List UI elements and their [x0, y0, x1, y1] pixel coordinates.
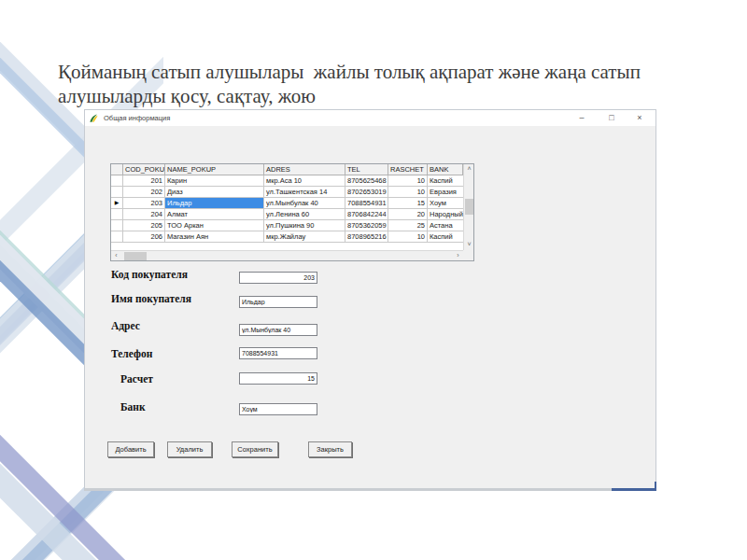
cell-tel[interactable]: 8705362059	[345, 220, 388, 231]
cell-adres[interactable]: ул.Пушкина 90	[264, 220, 345, 231]
cell-name[interactable]: Карин	[165, 175, 264, 187]
table-row[interactable]: 201 Карин мкр.Аса 10 8705625468 10 Каспи…	[111, 175, 473, 187]
close-icon[interactable]: ×	[627, 110, 652, 126]
cell-tel[interactable]: 7088554931	[345, 198, 388, 209]
cell-cod[interactable]: 205	[123, 220, 165, 231]
grid-header-adres[interactable]: ADRES	[264, 164, 345, 175]
customers-grid: COD_POKUP NAME_POKUP ADRES TEL RASCHET B…	[110, 163, 474, 261]
cell-adres[interactable]: ул.Мынбулак 40	[264, 198, 345, 209]
cell-raschet[interactable]: 20	[388, 209, 428, 220]
cell-bank[interactable]: Астана	[428, 220, 463, 231]
grid-empty-area	[111, 243, 473, 250]
cell-bank[interactable]: Евразия	[428, 187, 463, 198]
horizontal-scrollbar[interactable]: ‹ ›	[111, 250, 463, 260]
cell-name[interactable]: ТОО Аркан	[165, 220, 264, 231]
customer-code-field[interactable]	[239, 272, 317, 284]
record-indicator-icon: ▶	[111, 198, 123, 209]
grid-header-bank[interactable]: BANK	[428, 164, 463, 175]
bank-field[interactable]	[239, 403, 317, 415]
cell-tel[interactable]: 8705625468	[345, 175, 388, 187]
cell-cod[interactable]: 202	[123, 187, 165, 198]
scrollbar-corner	[463, 250, 473, 260]
cell-name[interactable]: Алмат	[165, 209, 264, 220]
vertical-scroll-thumb[interactable]	[465, 199, 473, 215]
cell-cod[interactable]: 206	[123, 231, 165, 243]
window-titlebar[interactable]: Общая информация – □ ×	[85, 110, 655, 126]
cell-cod[interactable]: 201	[123, 175, 165, 187]
window-corner-accent	[612, 488, 656, 491]
cell-tel[interactable]: 8706842244	[345, 209, 388, 220]
cell-raschet[interactable]: 10	[388, 175, 428, 187]
cell-adres[interactable]: мкр.Аса 10	[264, 175, 345, 187]
row-indicator-cell	[111, 187, 123, 198]
cell-bank[interactable]: Каспий	[428, 175, 463, 187]
label-customer-name: Имя покупателя	[111, 293, 191, 304]
scroll-up-icon[interactable]: ˄	[464, 164, 474, 175]
table-row[interactable]: 204 Алмат ул.Ленина 60 8706842244 20 Нар…	[111, 209, 473, 220]
label-raschet: Расчет	[120, 373, 153, 385]
minimize-icon[interactable]: –	[570, 110, 594, 126]
cell-bank[interactable]: Народный	[428, 209, 463, 220]
maximize-icon[interactable]: □	[599, 110, 624, 126]
row-indicator-cell	[111, 175, 123, 187]
table-row-selected[interactable]: ▶ 203 Ильдар ул.Мынбулак 40 7088554931 1…	[111, 198, 473, 209]
close-button[interactable]: Закрыть	[308, 441, 352, 457]
horizontal-scroll-thumb[interactable]	[124, 252, 147, 260]
table-row[interactable]: 206 Магазин Аян мкр.Жайлау 8708965216 10…	[111, 231, 473, 243]
row-indicator-cell	[111, 209, 123, 220]
app-window: Общая информация – □ × COD_POKUP NAME_PO…	[84, 109, 656, 491]
grid-header-tel[interactable]: TEL	[345, 164, 388, 175]
row-indicator-cell	[111, 220, 123, 231]
cell-tel[interactable]: 8702653019	[345, 187, 388, 198]
table-row[interactable]: 202 Диаз ул.Ташкентская 14 8702653019 10…	[111, 187, 473, 198]
cell-adres[interactable]: ул.Ленина 60	[264, 209, 345, 220]
cell-tel[interactable]: 8708965216	[345, 231, 388, 243]
label-bank: Банк	[120, 401, 146, 413]
scroll-down-icon[interactable]: ˅	[464, 240, 474, 250]
label-phone: Телефон	[111, 348, 152, 359]
cell-name[interactable]: Диаз	[165, 187, 264, 198]
cell-raschet[interactable]: 25	[388, 220, 428, 231]
cell-raschet[interactable]: 10	[388, 231, 428, 243]
address-field[interactable]	[239, 324, 317, 336]
window-corner-accent	[655, 482, 656, 491]
customer-name-field[interactable]	[239, 296, 317, 308]
cell-adres[interactable]: мкр.Жайлау	[264, 231, 345, 243]
slide-title: Қойманың сатып алушылары жайлы толық ақп…	[58, 60, 702, 108]
grid-header-name[interactable]: NAME_POKUP	[165, 164, 264, 175]
grid-header-cod[interactable]: COD_POKUP	[123, 164, 165, 175]
raschet-field[interactable]	[239, 372, 317, 385]
delete-button[interactable]: Удалить	[167, 441, 212, 457]
cell-adres[interactable]: ул.Ташкентская 14	[264, 187, 345, 198]
cell-name[interactable]: Магазин Аян	[165, 231, 264, 243]
grid-header-row: COD_POKUP NAME_POKUP ADRES TEL RASCHET B…	[111, 164, 473, 175]
window-title: Общая информация	[104, 114, 170, 122]
vertical-scrollbar[interactable]: ˄ ˅	[463, 164, 473, 250]
cell-raschet[interactable]: 15	[388, 198, 428, 209]
grid-header-indicator	[111, 164, 123, 175]
cell-cod[interactable]: 204	[123, 209, 165, 220]
phone-field[interactable]	[239, 347, 317, 359]
cell-cod[interactable]: 203	[123, 198, 165, 209]
cell-name-selected[interactable]: Ильдар	[165, 198, 264, 209]
scroll-left-icon[interactable]: ‹	[111, 251, 121, 261]
cell-bank[interactable]: Хоум	[428, 198, 463, 209]
label-address: Адрес	[111, 320, 140, 331]
scroll-right-icon[interactable]: ›	[453, 251, 463, 261]
label-customer-code: Код покупателя	[111, 269, 188, 280]
add-button[interactable]: Добавить	[107, 441, 154, 457]
save-button[interactable]: Сохранить	[232, 441, 278, 457]
cell-raschet[interactable]: 10	[388, 187, 428, 198]
app-icon	[89, 113, 99, 123]
row-indicator-cell	[111, 231, 123, 243]
table-row[interactable]: 205 ТОО Аркан ул.Пушкина 90 8705362059 2…	[111, 220, 473, 231]
grid-header-raschet[interactable]: RASCHET	[388, 164, 428, 175]
cell-bank[interactable]: Каспий	[428, 231, 463, 243]
